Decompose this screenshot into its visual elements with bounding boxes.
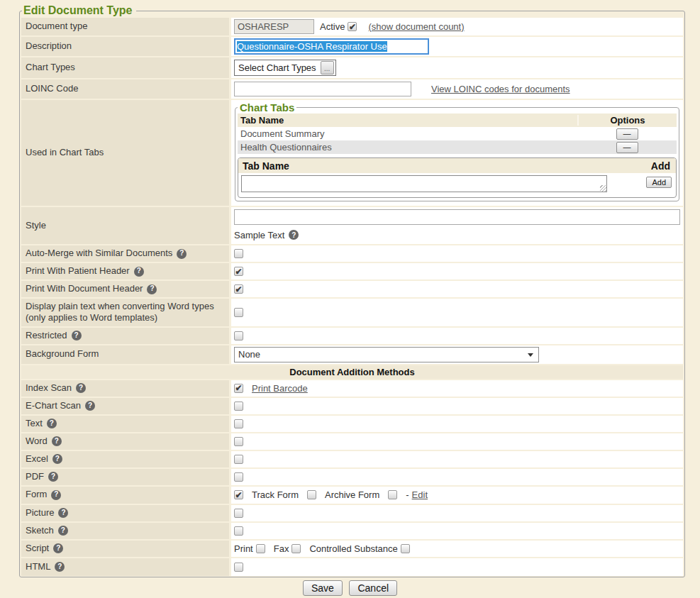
form-checkbox[interactable]: ✔ bbox=[234, 490, 243, 499]
help-icon[interactable]: ? bbox=[76, 383, 86, 393]
row-used-in-chart-tabs: Used in Chart Tabs Chart Tabs Tab Name O… bbox=[21, 100, 683, 207]
style-label: Style bbox=[21, 207, 231, 244]
active-label: Active bbox=[320, 21, 345, 32]
active-checkbox[interactable]: ✔ bbox=[348, 22, 357, 31]
remove-tab-button[interactable]: — bbox=[616, 128, 638, 140]
dropdown-arrow-icon bbox=[528, 353, 533, 357]
script-label: Script ? bbox=[21, 541, 231, 557]
pdf-label: PDF ? bbox=[21, 469, 231, 485]
index-scan-checkbox[interactable]: ✔ bbox=[234, 384, 243, 393]
picture-checkbox[interactable] bbox=[234, 509, 243, 518]
edit-separator: - bbox=[406, 489, 409, 500]
display-plain-text-checkbox[interactable] bbox=[234, 308, 243, 317]
archive-form-label: Archive Form bbox=[325, 489, 379, 500]
row-html: HTML ? bbox=[21, 558, 683, 576]
help-icon[interactable]: ? bbox=[51, 490, 61, 500]
text-checkbox[interactable] bbox=[234, 419, 243, 428]
echart-scan-checkbox[interactable] bbox=[234, 402, 243, 411]
row-background-form: Background Form None bbox=[21, 345, 683, 365]
script-print-label: Print bbox=[234, 543, 253, 554]
description-input[interactable]: Questionnaire-OSHA Respirator Use bbox=[234, 38, 429, 55]
chart-tabs-title: Chart Tabs bbox=[238, 101, 296, 113]
row-auto-merge: Auto-Merge with Similar Documents ? bbox=[21, 245, 683, 263]
action-bar: Save Cancel bbox=[0, 577, 700, 596]
add-tab-button[interactable]: Add bbox=[646, 177, 672, 188]
help-icon[interactable]: ? bbox=[72, 331, 82, 340]
picture-label: Picture ? bbox=[21, 505, 231, 521]
save-button[interactable]: Save bbox=[303, 580, 343, 596]
help-icon[interactable]: ? bbox=[48, 472, 58, 482]
style-input[interactable] bbox=[234, 209, 680, 225]
print-document-header-label: Print With Document Header ? bbox=[21, 281, 231, 297]
print-patient-header-checkbox[interactable]: ✔ bbox=[234, 267, 243, 276]
help-icon[interactable]: ? bbox=[58, 526, 68, 536]
help-icon[interactable]: ? bbox=[134, 267, 144, 277]
help-icon[interactable]: ? bbox=[55, 562, 65, 572]
help-icon[interactable]: ? bbox=[147, 284, 157, 294]
add-tab-name-header: Tab Name bbox=[238, 160, 639, 172]
pdf-checkbox[interactable] bbox=[234, 472, 243, 482]
row-excel: Excel ? bbox=[21, 451, 683, 469]
print-barcode-link[interactable]: Print Barcode bbox=[252, 383, 308, 394]
track-form-label: Track Form bbox=[252, 489, 299, 500]
html-checkbox[interactable] bbox=[234, 563, 243, 572]
new-tab-name-textarea[interactable] bbox=[241, 175, 607, 192]
echart-scan-label: E-Chart Scan ? bbox=[21, 398, 231, 414]
used-in-chart-tabs-label: Used in Chart Tabs bbox=[21, 100, 231, 206]
word-checkbox[interactable] bbox=[234, 437, 243, 446]
excel-label: Excel ? bbox=[21, 451, 231, 467]
chart-tab-row: Document Summary — bbox=[238, 127, 677, 140]
panel-title: Edit Document Type bbox=[22, 4, 136, 17]
row-sketch: Sketch ? bbox=[21, 523, 683, 541]
show-document-count-link[interactable]: (show document count) bbox=[368, 21, 464, 32]
loinc-code-input[interactable] bbox=[234, 82, 411, 96]
background-form-label: Background Form bbox=[21, 345, 231, 364]
background-form-select[interactable]: None bbox=[234, 347, 539, 362]
remove-tab-button[interactable]: — bbox=[616, 142, 638, 153]
script-print-checkbox[interactable] bbox=[256, 544, 265, 553]
row-loinc-code: LOINC Code View LOINC codes for document… bbox=[21, 79, 683, 100]
description-label: Description bbox=[21, 37, 231, 56]
row-pdf: PDF ? bbox=[21, 469, 683, 487]
select-chart-types-button[interactable]: Select Chart Types ... bbox=[234, 60, 336, 76]
help-icon[interactable]: ? bbox=[52, 454, 62, 464]
add-tab-section: Tab Name Add Add bbox=[238, 157, 677, 198]
help-icon[interactable]: ? bbox=[52, 436, 62, 446]
print-patient-header-label: Print With Patient Header ? bbox=[21, 263, 231, 279]
selected-option: None bbox=[238, 349, 260, 360]
help-icon[interactable]: ? bbox=[289, 230, 299, 240]
ellipsis-icon[interactable]: ... bbox=[321, 61, 334, 74]
track-form-checkbox[interactable] bbox=[307, 490, 316, 499]
archive-form-checkbox[interactable] bbox=[388, 490, 397, 499]
script-fax-checkbox[interactable] bbox=[291, 544, 301, 553]
row-display-plain-text: Display plain text when converting Word … bbox=[21, 299, 683, 328]
auto-merge-checkbox[interactable] bbox=[234, 249, 243, 258]
excel-checkbox[interactable] bbox=[234, 455, 243, 464]
help-icon[interactable]: ? bbox=[85, 401, 95, 411]
chart-tab-row: Health Questionnaires — bbox=[238, 140, 677, 154]
row-restricted: Restricted ? bbox=[21, 328, 683, 345]
controlled-substance-checkbox[interactable] bbox=[401, 544, 410, 553]
row-echart-scan: E-Chart Scan ? bbox=[21, 398, 683, 416]
print-document-header-checkbox[interactable]: ✔ bbox=[234, 284, 243, 294]
chart-tab-name: Document Summary bbox=[238, 128, 577, 139]
sketch-checkbox[interactable] bbox=[234, 526, 243, 536]
restricted-label: Restricted ? bbox=[21, 328, 231, 344]
help-icon[interactable]: ? bbox=[47, 419, 57, 428]
chart-types-label: Chart Types bbox=[21, 57, 231, 78]
cancel-button[interactable]: Cancel bbox=[349, 580, 397, 596]
row-text: Text ? bbox=[21, 416, 683, 433]
help-icon[interactable]: ? bbox=[53, 543, 63, 553]
row-word: Word ? bbox=[21, 433, 683, 451]
document-type-label: Document type bbox=[21, 18, 231, 35]
view-loinc-codes-link[interactable]: View LOINC codes for documents bbox=[431, 84, 570, 94]
restricted-checkbox[interactable] bbox=[234, 331, 243, 340]
help-icon[interactable]: ? bbox=[58, 508, 68, 518]
row-form: Form ? ✔ Track Form Archive Form - Edit bbox=[21, 487, 683, 505]
help-icon[interactable]: ? bbox=[177, 249, 187, 259]
edit-form-link[interactable]: Edit bbox=[412, 489, 428, 500]
row-print-document-header: Print With Document Header ? ✔ bbox=[21, 281, 683, 299]
selected-text: Questionnaire-OSHA Respirator Use bbox=[237, 41, 387, 52]
chart-tabs-header: Tab Name Options bbox=[238, 113, 677, 127]
document-type-field: OSHARESP bbox=[234, 19, 314, 34]
